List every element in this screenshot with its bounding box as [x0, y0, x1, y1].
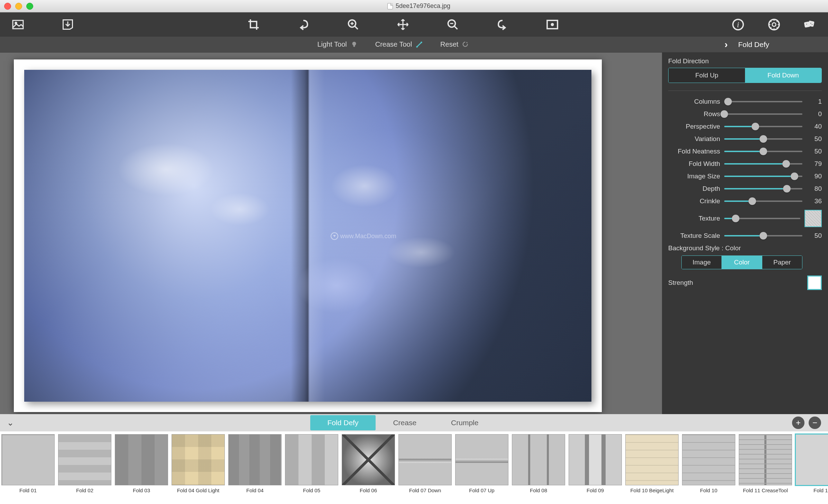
- zoom-out-button[interactable]: [445, 17, 460, 32]
- properties-panel: Fold Direction Fold Up Fold Down Columns…: [662, 53, 828, 414]
- crop-button[interactable]: [246, 17, 261, 32]
- slider-columns[interactable]: [724, 101, 802, 102]
- preset-fold-03[interactable]: Fold 03: [115, 434, 168, 498]
- slider-row-variation: Variation50: [668, 135, 822, 143]
- preset-fold-11-creasetool[interactable]: Fold 11 CreaseTool: [739, 434, 792, 498]
- preset-label: Fold 11 CreaseTool: [743, 487, 788, 498]
- slider-label: Image Size: [668, 172, 720, 180]
- info-button[interactable]: i: [730, 17, 746, 32]
- light-tool-button[interactable]: Light Tool: [317, 40, 358, 48]
- undo-button[interactable]: [296, 17, 311, 32]
- preset-fold-01[interactable]: Fold 01: [1, 434, 55, 498]
- lightbulb-icon: [350, 41, 358, 48]
- tab-crumple[interactable]: Crumple: [434, 415, 496, 430]
- compare-button[interactable]: [545, 17, 560, 32]
- svg-point-5: [551, 23, 554, 26]
- collapse-presets-button[interactable]: ⌄: [7, 418, 14, 428]
- fullscreen-window-button[interactable]: [26, 3, 33, 10]
- bg-color-option[interactable]: Color: [721, 256, 762, 269]
- slider-label: Depth: [668, 185, 720, 193]
- preset-label: Fold 07 Up: [469, 487, 494, 498]
- open-image-button[interactable]: [10, 17, 26, 32]
- slider-label: Variation: [668, 135, 720, 143]
- close-window-button[interactable]: [4, 3, 11, 10]
- preset-zoom-out-button[interactable]: −: [809, 417, 821, 429]
- svg-point-14: [811, 24, 812, 25]
- preset-fold-11[interactable]: Fold 11: [795, 434, 828, 498]
- preset-label: Fold 01: [19, 487, 37, 498]
- minimize-window-button[interactable]: [15, 3, 22, 10]
- light-tool-label: Light Tool: [317, 40, 347, 48]
- preset-thumbnail: [1, 434, 55, 485]
- slider-variation[interactable]: [724, 138, 802, 140]
- preset-fold-08[interactable]: Fold 08: [512, 434, 565, 498]
- slider-label: Fold Neatness: [668, 148, 720, 155]
- slider-fold-width[interactable]: [724, 163, 802, 165]
- preset-fold-09[interactable]: Fold 09: [569, 434, 622, 498]
- reset-icon: [462, 41, 469, 48]
- tab-crease[interactable]: Crease: [376, 415, 434, 430]
- sub-toolbar: Light Tool Crease Tool Reset › Fold Defy: [0, 37, 828, 53]
- zoom-in-button[interactable]: [346, 17, 361, 32]
- slider-fold-neatness[interactable]: [724, 151, 802, 152]
- separator: [668, 91, 822, 91]
- svg-point-15: [352, 41, 356, 45]
- slider-depth[interactable]: [724, 188, 802, 189]
- fold-up-option[interactable]: Fold Up: [669, 68, 745, 83]
- fold-direction-label: Fold Direction: [668, 57, 822, 65]
- preset-fold-10-beigelight[interactable]: Fold 10 BeigeLight: [625, 434, 679, 498]
- preset-fold-04-gold-light[interactable]: Fold 04 Gold Light: [172, 434, 225, 498]
- slider-value: 36: [807, 197, 822, 205]
- fold-down-option[interactable]: Fold Down: [745, 68, 821, 83]
- background-color-swatch[interactable]: [807, 276, 822, 290]
- crease-tool-button[interactable]: Crease Tool: [375, 40, 423, 48]
- randomize-button[interactable]: [802, 17, 818, 32]
- preset-fold-05[interactable]: Fold 05: [285, 434, 338, 498]
- move-button[interactable]: [395, 17, 411, 32]
- preset-thumbnail: [172, 434, 225, 485]
- slider-texture[interactable]: [724, 218, 800, 219]
- preset-label: Fold 10: [700, 487, 717, 498]
- preset-fold-02[interactable]: Fold 02: [58, 434, 111, 498]
- slider-texture-scale[interactable]: [724, 235, 802, 236]
- slider-label: Texture: [668, 215, 720, 222]
- preview-image: www.MacDown.com: [24, 70, 591, 402]
- svg-text:i: i: [737, 20, 739, 29]
- texture-swatch[interactable]: [804, 210, 822, 227]
- tab-fold-defy[interactable]: Fold Defy: [310, 415, 376, 430]
- preset-label: Fold 04: [246, 487, 264, 498]
- preset-fold-10[interactable]: Fold 10: [682, 434, 735, 498]
- slider-label: Perspective: [668, 123, 720, 130]
- slider-row-fold-neatness: Fold Neatness50: [668, 148, 822, 155]
- slider-perspective[interactable]: [724, 126, 802, 127]
- preset-strip: Fold 01Fold 02Fold 03Fold 04 Gold LightF…: [0, 431, 828, 504]
- slider-rows[interactable]: [724, 113, 802, 115]
- preset-label: Fold 07 Down: [409, 487, 441, 498]
- slider-row-texture-scale: Texture Scale50: [668, 232, 822, 240]
- bg-paper-option[interactable]: Paper: [762, 256, 802, 269]
- preset-thumbnail: [682, 434, 735, 485]
- slider-row-image-size: Image Size90: [668, 172, 822, 180]
- preset-fold-07-up[interactable]: Fold 07 Up: [455, 434, 508, 498]
- preset-zoom-in-button[interactable]: +: [792, 417, 804, 429]
- preset-label: Fold 11: [813, 487, 828, 498]
- settings-button[interactable]: [766, 17, 782, 32]
- slider-row-perspective: Perspective40: [668, 123, 822, 130]
- preset-fold-04[interactable]: Fold 04: [228, 434, 282, 498]
- reset-button[interactable]: Reset: [440, 40, 469, 48]
- collapse-panel-button[interactable]: ›: [725, 39, 728, 50]
- slider-value: 0: [807, 110, 822, 118]
- save-button[interactable]: [60, 17, 75, 32]
- preset-fold-06[interactable]: Fold 06: [342, 434, 395, 498]
- slider-crinkle[interactable]: [724, 200, 802, 202]
- canvas-area[interactable]: www.MacDown.com: [0, 53, 662, 414]
- bg-image-option[interactable]: Image: [682, 256, 721, 269]
- redo-button[interactable]: [495, 17, 510, 32]
- slider-row-texture: Texture: [668, 210, 822, 227]
- slider-row-fold-width: Fold Width79: [668, 160, 822, 168]
- svg-point-18: [421, 41, 422, 43]
- watermark-text: www.MacDown.com: [340, 233, 396, 240]
- preset-fold-07-down[interactable]: Fold 07 Down: [398, 434, 452, 498]
- slider-image-size[interactable]: [724, 176, 802, 177]
- preset-thumbnail: [795, 434, 828, 485]
